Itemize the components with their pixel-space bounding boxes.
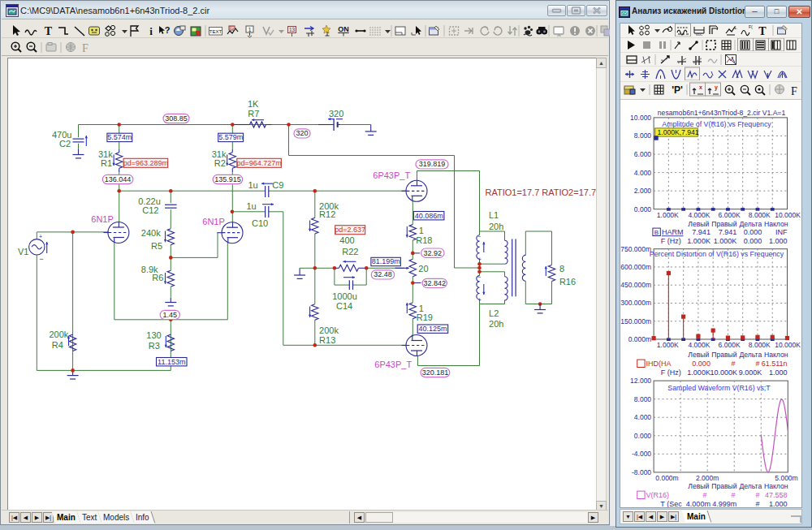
svg-text:+: +	[39, 234, 42, 239]
svg-text:40.086m: 40.086m	[415, 212, 443, 220]
svg-text:300.000m: 300.000m	[620, 299, 651, 307]
svg-text:0.000: 0.000	[692, 360, 710, 368]
svg-text:10.000: 10.000	[630, 114, 651, 122]
svg-text:7.941: 7.941	[692, 228, 710, 236]
svg-text:0.000m: 0.000m	[655, 474, 678, 482]
svg-text:1.0: 1.0	[734, 25, 740, 30]
svg-text:Правый: Правый	[711, 482, 736, 490]
svg-text:RATIO1=17.7 RATIO2=17.7: RATIO1=17.7 RATIO2=17.7	[486, 187, 597, 197]
svg-text:T: T	[758, 25, 767, 37]
svg-text:12.000: 12.000	[630, 377, 651, 385]
svg-text:R16: R16	[559, 277, 576, 287]
svg-text:#: #	[755, 500, 759, 507]
svg-text:6P43P_T: 6P43P_T	[374, 360, 412, 369]
svg-text:1.000K: 1.000K	[657, 211, 679, 219]
svg-text:R19: R19	[417, 312, 433, 322]
svg-text:−: −	[39, 255, 43, 263]
svg-text:pd=964.727m: pd=964.727m	[236, 159, 281, 167]
svg-text:R6: R6	[152, 273, 163, 282]
svg-text:C10: C10	[252, 218, 268, 228]
svg-text:Дельта: Дельта	[739, 220, 762, 228]
svg-text:F: F	[82, 42, 89, 54]
svg-text:8.000: 8.000	[634, 395, 652, 403]
svg-text:240k: 240k	[141, 228, 161, 238]
svg-text:320.181: 320.181	[422, 368, 449, 377]
svg-text:8: 8	[559, 264, 564, 274]
svg-text:T: T	[45, 25, 53, 37]
svg-text:0.000m: 0.000m	[628, 335, 651, 343]
svg-text:?: ?	[165, 25, 171, 35]
svg-text:32.842: 32.842	[423, 279, 446, 287]
svg-text:136.044: 136.044	[105, 175, 132, 183]
svg-text:F(): F()	[749, 24, 754, 29]
svg-text:R1: R1	[230, 26, 235, 30]
svg-text:V1: V1	[18, 247, 28, 256]
svg-text:R13: R13	[319, 335, 335, 345]
svg-text:1: 1	[248, 27, 252, 32]
svg-text:32.92: 32.92	[424, 249, 443, 257]
svg-text:8.000K: 8.000K	[749, 341, 771, 349]
svg-text:135.915: 135.915	[214, 175, 241, 183]
svg-text:VDC: VDC	[696, 32, 703, 37]
svg-text:R2: R2	[214, 158, 226, 168]
svg-text:R7: R7	[248, 109, 259, 118]
svg-text:INF: INF	[775, 228, 788, 236]
svg-text:TEXT: TEXT	[209, 29, 222, 34]
svg-text:319.819: 319.819	[419, 160, 446, 168]
svg-text:L1: L1	[489, 210, 499, 220]
svg-text:11.153m: 11.153m	[158, 358, 185, 366]
svg-text:−: −	[477, 274, 481, 280]
svg-text:Amplitude of V(R16) vs Frequen: Amplitude of V(R16) vs Frequency	[662, 120, 771, 128]
svg-text:B: B	[654, 229, 659, 236]
svg-text:31k: 31k	[212, 149, 227, 159]
svg-text:20: 20	[418, 264, 428, 274]
svg-text:81.199m: 81.199m	[372, 257, 400, 265]
svg-text:7.941: 7.941	[719, 228, 737, 236]
svg-text:R1: R1	[101, 158, 112, 168]
svg-text:400: 400	[339, 235, 354, 245]
svg-text:pd=2.637: pd=2.637	[335, 226, 365, 234]
svg-text:40.125m: 40.125m	[418, 325, 447, 333]
svg-text:Наклон: Наклон	[764, 482, 788, 490]
svg-text:R5: R5	[151, 241, 162, 251]
svg-text:IHD(HA: IHD(HA	[646, 360, 672, 368]
svg-text:Наклон: Наклон	[764, 351, 788, 359]
svg-text:10.000K: 10.000K	[775, 341, 801, 349]
svg-text:6.000K: 6.000K	[719, 211, 741, 219]
svg-text:200k: 200k	[319, 325, 339, 335]
svg-text:R12: R12	[319, 209, 335, 219]
svg-text:-4.000: -4.000	[632, 450, 651, 458]
svg-text:pd=963.289m: pd=963.289m	[123, 159, 168, 167]
svg-text:C2: C2	[59, 139, 71, 149]
svg-text:#: #	[755, 491, 759, 499]
svg-text:6.000: 6.000	[634, 150, 652, 158]
svg-text:Правый: Правый	[711, 351, 736, 359]
svg-text:5.000m: 5.000m	[775, 474, 797, 482]
svg-text:10.000K: 10.000K	[775, 211, 801, 219]
svg-text:1: 1	[419, 226, 424, 235]
svg-text:1000u: 1000u	[332, 291, 357, 301]
svg-text:Дельта: Дельта	[739, 482, 762, 490]
svg-text:1.000K: 1.000K	[657, 341, 679, 349]
svg-text:600.000m: 600.000m	[620, 263, 651, 271]
svg-text:5.579m: 5.579m	[218, 133, 243, 141]
svg-text:y: y	[715, 84, 718, 91]
svg-text:R18: R18	[416, 235, 432, 245]
svg-text:Левый: Левый	[688, 351, 709, 359]
svg-text:1.45: 1.45	[163, 311, 178, 319]
svg-text:6N1P: 6N1P	[91, 214, 114, 224]
svg-text:0.22u: 0.22u	[138, 196, 161, 206]
svg-text:8.000: 8.000	[634, 131, 652, 140]
svg-text:4.999m: 4.999m	[712, 500, 736, 507]
svg-text:C14: C14	[336, 301, 352, 311]
svg-text:#: #	[702, 491, 706, 499]
svg-text:0.000: 0.000	[634, 205, 652, 213]
svg-text:-8.000: -8.000	[632, 468, 651, 476]
svg-text:200k: 200k	[49, 330, 68, 339]
svg-text:+: +	[478, 297, 482, 303]
svg-text:Sampled Waveform V(R16) vs;T: Sampled Waveform V(R16) vs;T	[667, 384, 771, 392]
svg-text:20h: 20h	[489, 222, 503, 231]
svg-text:F (Hz): F (Hz)	[661, 368, 681, 377]
svg-text:61.511n: 61.511n	[762, 360, 788, 368]
svg-text:L2: L2	[489, 308, 499, 318]
